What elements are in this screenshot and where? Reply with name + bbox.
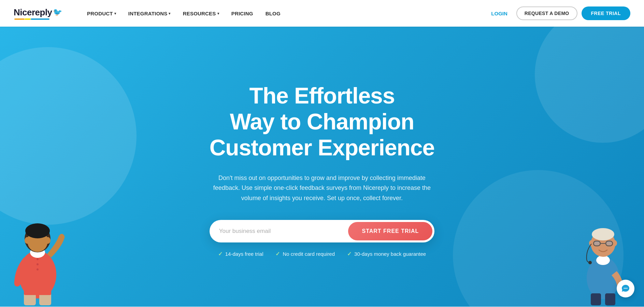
- svg-point-24: [588, 261, 592, 264]
- nav-resources[interactable]: RESOURCES ▾: [178, 8, 224, 19]
- svg-rect-22: [594, 241, 600, 245]
- svg-point-14: [596, 255, 610, 265]
- check-icon: ✓: [275, 251, 280, 257]
- chevron-down-icon: ▾: [114, 12, 116, 15]
- svg-rect-23: [606, 241, 612, 245]
- nav-pricing[interactable]: PRICING: [227, 8, 258, 19]
- svg-point-5: [45, 237, 51, 244]
- hero-section: The Effortless Way to Champion Customer …: [0, 27, 644, 307]
- nav-blog[interactable]: BLOG: [261, 8, 285, 19]
- svg-point-10: [37, 258, 39, 260]
- logo-bird-icon: 🐦: [53, 8, 62, 17]
- svg-rect-26: [605, 293, 615, 305]
- nav-right: LOGIN REQUEST A DEMO FREE TRIAL: [486, 6, 630, 20]
- svg-point-27: [624, 288, 625, 289]
- hero-subtitle: Don't miss out on opportunities to grow …: [213, 173, 431, 204]
- login-button[interactable]: LOGIN: [486, 8, 512, 19]
- svg-point-4: [25, 237, 30, 244]
- hero-title: The Effortless Way to Champion Customer …: [210, 83, 435, 161]
- svg-point-28: [625, 288, 626, 289]
- person-left-illustration: [7, 186, 70, 307]
- svg-rect-25: [591, 293, 601, 305]
- trust-badge-no-cc: ✓ No credit card required: [275, 251, 335, 257]
- hero-circle-right-top: [535, 27, 644, 143]
- logo-underline: [14, 18, 62, 20]
- logo-text: Nicereply 🐦: [14, 7, 62, 18]
- hero-content: The Effortless Way to Champion Customer …: [203, 62, 442, 271]
- chevron-down-icon: ▾: [169, 12, 170, 15]
- navbar: Nicereply 🐦 PRODUCT ▾ INTEGRATIONS ▾ RES…: [0, 0, 644, 27]
- free-trial-nav-button[interactable]: FREE TRIAL: [582, 6, 630, 20]
- email-form: START FREE TRIAL: [210, 220, 435, 242]
- svg-point-12: [37, 268, 39, 270]
- check-icon: ✓: [347, 251, 352, 257]
- svg-point-16: [592, 228, 614, 240]
- nav-links: PRODUCT ▾ INTEGRATIONS ▾ RESOURCES ▾ PRI…: [82, 8, 486, 19]
- trust-badge-money-back: ✓ 30-days money back guarantee: [347, 251, 426, 257]
- trust-badges: ✓ 14-days free trial ✓ No credit card re…: [210, 251, 435, 257]
- trust-badge-trial: ✓ 14-days free trial: [218, 251, 263, 257]
- nav-product[interactable]: PRODUCT ▾: [82, 8, 121, 19]
- svg-point-29: [627, 288, 628, 289]
- check-icon: ✓: [218, 251, 223, 257]
- svg-rect-9: [24, 285, 51, 295]
- chat-icon: [621, 284, 630, 293]
- request-demo-button[interactable]: REQUEST A DEMO: [516, 6, 577, 20]
- nav-integrations[interactable]: INTEGRATIONS ▾: [124, 8, 175, 19]
- logo[interactable]: Nicereply 🐦: [14, 7, 62, 20]
- svg-point-11: [37, 263, 39, 265]
- svg-point-6: [25, 223, 50, 238]
- start-free-trial-button[interactable]: START FREE TRIAL: [348, 222, 432, 240]
- chevron-down-icon: ▾: [217, 12, 219, 15]
- email-input[interactable]: [219, 228, 348, 235]
- chat-bubble-button[interactable]: [617, 280, 634, 297]
